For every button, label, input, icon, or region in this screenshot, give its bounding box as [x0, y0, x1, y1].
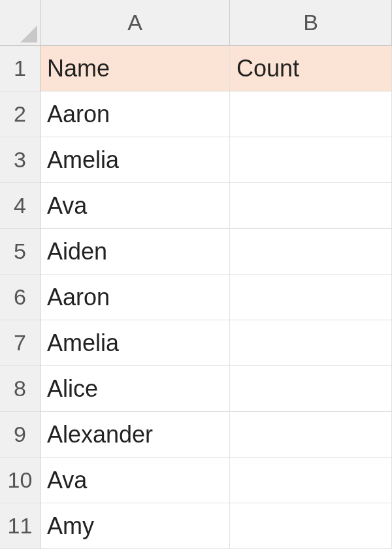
row-header-4[interactable]: 4 — [0, 183, 41, 229]
cell-b11[interactable] — [230, 503, 392, 549]
cell-a6[interactable]: Aaron — [41, 275, 230, 320]
cell-a1[interactable]: Name — [41, 46, 230, 92]
cell-a4[interactable]: Ava — [41, 183, 230, 229]
select-all-corner[interactable] — [0, 0, 41, 46]
cell-a5[interactable]: Aiden — [41, 229, 230, 275]
cell-b1[interactable]: Count — [230, 46, 392, 92]
cell-b7[interactable] — [230, 320, 392, 366]
row-header-5[interactable]: 5 — [0, 229, 41, 275]
cell-b8[interactable] — [230, 366, 392, 412]
cell-a7[interactable]: Amelia — [41, 320, 230, 366]
row-header-2[interactable]: 2 — [0, 92, 41, 137]
cell-b10[interactable] — [230, 458, 392, 503]
row-header-9[interactable]: 9 — [0, 412, 41, 458]
row-header-6[interactable]: 6 — [0, 275, 41, 320]
cell-a10[interactable]: Ava — [41, 458, 230, 503]
row-header-7[interactable]: 7 — [0, 320, 41, 366]
row-header-10[interactable]: 10 — [0, 458, 41, 503]
row-header-3[interactable]: 3 — [0, 137, 41, 183]
select-all-triangle-icon — [20, 25, 37, 42]
cell-b2[interactable] — [230, 92, 392, 137]
row-header-1[interactable]: 1 — [0, 46, 41, 92]
cell-b6[interactable] — [230, 275, 392, 320]
row-header-8[interactable]: 8 — [0, 366, 41, 412]
row-header-11[interactable]: 11 — [0, 503, 41, 549]
cell-a8[interactable]: Alice — [41, 366, 230, 412]
cell-a3[interactable]: Amelia — [41, 137, 230, 183]
cell-b4[interactable] — [230, 183, 392, 229]
cell-b3[interactable] — [230, 137, 392, 183]
cell-a2[interactable]: Aaron — [41, 92, 230, 137]
cell-a9[interactable]: Alexander — [41, 412, 230, 458]
cell-b5[interactable] — [230, 229, 392, 275]
column-header-a[interactable]: A — [41, 0, 230, 46]
cell-a11[interactable]: Amy — [41, 503, 230, 549]
cell-b9[interactable] — [230, 412, 392, 458]
spreadsheet-grid: A B 1 Name Count 2 Aaron 3 Amelia 4 Ava … — [0, 0, 392, 549]
column-header-b[interactable]: B — [230, 0, 392, 46]
